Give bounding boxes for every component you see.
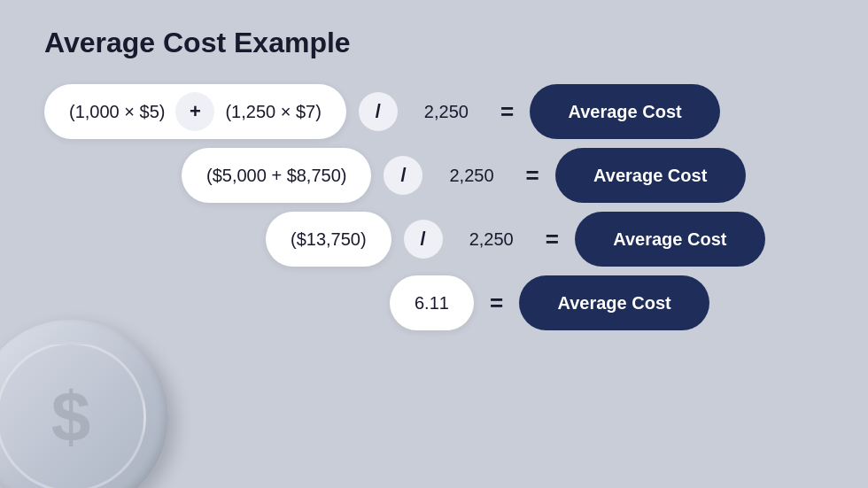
page-title: Average Cost Example	[44, 27, 824, 59]
term-2a: ($5,000 + $8,750)	[206, 166, 346, 186]
equals-1: =	[500, 98, 514, 126]
term-3a: ($13,750)	[291, 229, 367, 250]
result-label-4: Average Cost	[558, 293, 671, 314]
main-content: Average Cost Example (1,000 × $5) + (1,2…	[0, 0, 868, 488]
equals-2: =	[526, 162, 539, 190]
result-4: Average Cost	[519, 275, 709, 330]
pill-row2: ($5,000 + $8,750)	[182, 148, 371, 203]
pill-row4: 6.11	[390, 275, 474, 330]
plus-op: +	[175, 92, 214, 131]
divide-op-2: /	[384, 156, 422, 195]
divisor-2: 2,250	[449, 166, 493, 186]
page-background: $ Average Cost Example (1,000 × $5) + (1…	[0, 0, 868, 488]
result-label-2: Average Cost	[593, 166, 707, 186]
result-1: Average Cost	[530, 84, 720, 139]
equation-row-2: ($5,000 + $8,750) / 2,250 = Average Cost	[44, 148, 824, 203]
pill-row1: (1,000 × $5) + (1,250 × $7)	[44, 84, 346, 139]
result-label-3: Average Cost	[613, 229, 726, 250]
term-4a: 6.11	[415, 293, 449, 314]
divide-op-1: /	[359, 92, 398, 131]
result-label-1: Average Cost	[568, 102, 681, 122]
equation-row-4: 6.11 = Average Cost	[44, 275, 824, 330]
result-3: Average Cost	[575, 212, 765, 267]
equation-row-1: (1,000 × $5) + (1,250 × $7) / 2,250 = Av…	[44, 84, 824, 139]
pill-row3: ($13,750)	[266, 212, 391, 267]
term-1a: (1,000 × $5)	[69, 102, 165, 122]
equals-3: =	[546, 226, 559, 253]
equation-row-3: ($13,750) / 2,250 = Average Cost	[44, 212, 824, 267]
divide-op-3: /	[404, 220, 443, 259]
result-2: Average Cost	[555, 148, 746, 203]
equals-4: =	[490, 290, 503, 317]
divisor-3: 2,250	[469, 229, 514, 250]
equations-container: (1,000 × $5) + (1,250 × $7) / 2,250 = Av…	[44, 84, 824, 330]
divisor-1: 2,250	[424, 102, 469, 122]
term-1b: (1,250 × $7)	[225, 102, 321, 122]
